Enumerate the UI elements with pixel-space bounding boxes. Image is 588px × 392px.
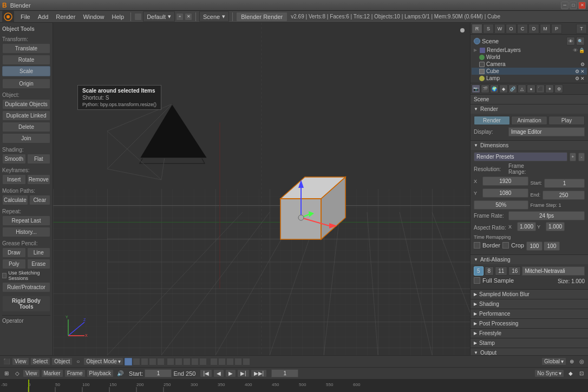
rotate-button[interactable]: Rotate <box>2 55 50 65</box>
asp-y-field[interactable]: 1.000 <box>546 222 565 231</box>
duplicate-objects-button[interactable]: Duplicate Objects <box>2 99 50 109</box>
jump-start-btn[interactable]: |◀ <box>200 369 212 377</box>
start-frame-field[interactable]: 1 <box>544 179 585 188</box>
res-y-field[interactable]: 1080 <box>482 188 528 198</box>
prop-icon-physics[interactable]: ⚙ <box>554 84 563 93</box>
end-frame-field[interactable]: 250 <box>543 191 585 200</box>
crop-pct[interactable]: 100 <box>544 241 560 251</box>
render-tab-render[interactable]: Render <box>474 116 510 125</box>
prop-icon-constraints[interactable]: 🔗 <box>508 84 517 93</box>
post-processing-header[interactable]: ▶ Post Processing <box>471 319 588 328</box>
prop-icon-data[interactable]: △ <box>518 84 526 93</box>
layer-15[interactable] <box>243 358 250 365</box>
tab-render[interactable]: R <box>472 24 482 34</box>
timeline-type-icon[interactable]: ⊞ <box>2 369 11 378</box>
aa-btn-8[interactable]: 8 <box>485 266 494 276</box>
marker-icon[interactable]: ◇ <box>13 369 22 378</box>
prop-icon-scene[interactable]: 🎬 <box>481 84 489 93</box>
aa-btn-5[interactable]: 5 <box>474 266 484 276</box>
outliner-item-cube[interactable]: Cube ⚙ ✕ <box>472 68 587 75</box>
outliner-item-lamp[interactable]: Lamp ⚙ ✕ <box>472 75 587 82</box>
display-dropdown[interactable]: Image Editor <box>508 127 585 136</box>
repeat-last-button[interactable]: Repeat Last <box>2 215 50 226</box>
layer-9[interactable] <box>191 358 199 365</box>
stamp-header[interactable]: ▶ Stamp <box>471 338 588 348</box>
prop-icon-object[interactable]: ◆ <box>499 84 508 93</box>
close-button[interactable]: ✕ <box>578 2 586 9</box>
tab-material[interactable]: M <box>540 24 551 34</box>
start-frame-tl[interactable]: 1 <box>145 369 172 377</box>
border-pct[interactable]: 100 <box>526 241 543 251</box>
layout-dropdown[interactable]: Default▾ <box>143 11 175 22</box>
play-btn[interactable]: ▶ <box>225 369 236 377</box>
view-menu-tl[interactable]: View <box>23 369 40 377</box>
erase-button[interactable]: Erase <box>27 259 51 269</box>
tab-scene[interactable]: S <box>483 24 494 34</box>
origin-button[interactable]: Origin <box>2 79 50 89</box>
join-button[interactable]: Join <box>2 133 50 143</box>
timeline-ruler[interactable]: -50 0 50 100 150 200 250 300 350 400 450… <box>0 380 588 392</box>
speaker-icon[interactable]: 🔊 <box>116 369 125 378</box>
layer-6[interactable] <box>167 358 174 365</box>
layer-4[interactable] <box>149 358 156 365</box>
aa-header[interactable]: ▼ Anti-Aliasing <box>471 255 588 264</box>
next-frame-btn[interactable]: ▶| <box>237 369 250 377</box>
output-header[interactable]: ▼ Output <box>471 348 588 355</box>
clear-button[interactable]: Clear <box>29 195 50 205</box>
layer-2[interactable] <box>133 358 140 365</box>
menu-help[interactable]: Help <box>109 12 128 21</box>
calculate-button[interactable]: Calculate <box>2 195 28 205</box>
layout-remove[interactable]: ✕ <box>185 13 192 21</box>
menu-file[interactable]: File <box>17 12 34 21</box>
filter-dropdown[interactable]: Mitchel-Netravali <box>522 266 585 276</box>
sync-dropdown[interactable]: No Sync▾ <box>534 369 564 377</box>
global-dropdown[interactable]: Global▾ <box>541 357 566 365</box>
aa-btn-16[interactable]: 16 <box>508 266 521 276</box>
outliner-item-renderlayers[interactable]: ▶ RenderLayers 👁 🔒 <box>472 47 587 54</box>
render-presets-dropdown[interactable]: Render Presets <box>474 152 567 161</box>
layer-13[interactable] <box>226 358 234 365</box>
tab-constraints[interactable]: C <box>517 24 528 34</box>
scale-button[interactable]: Scale <box>2 66 50 76</box>
use-sketching-checkbox[interactable] <box>2 273 6 278</box>
proportional-icon[interactable]: ◎ <box>577 357 586 366</box>
viewport-type-icon[interactable]: ⬛ <box>2 357 11 366</box>
layer-12[interactable] <box>218 358 226 365</box>
prop-icon-texture[interactable]: ⬛ <box>536 84 545 93</box>
menu-render[interactable]: Render <box>53 12 79 21</box>
tab-particles[interactable]: P <box>551 24 562 34</box>
insert-keyframe-button[interactable]: Insert <box>2 174 26 185</box>
playback-menu-tl[interactable]: Playback <box>87 369 114 377</box>
jump-end-btn[interactable]: ▶▶| <box>251 369 267 377</box>
menu-add[interactable]: Add <box>35 12 52 21</box>
menu-window[interactable]: Window <box>80 12 107 21</box>
outliner-view-icon[interactable]: 👁 <box>566 37 575 45</box>
tab-world[interactable]: W <box>494 24 505 34</box>
tab-tools[interactable]: T <box>576 24 587 34</box>
res-x-field[interactable]: 1920 <box>482 177 528 186</box>
remove-keyframe-button[interactable]: Remove <box>27 174 51 185</box>
marker-menu-tl[interactable]: Marker <box>41 369 63 377</box>
crop-checkbox[interactable] <box>502 242 509 249</box>
duplicate-linked-button[interactable]: Duplicate Linked <box>2 110 50 121</box>
render-header[interactable]: ▼ Render <box>471 104 588 114</box>
layer-5[interactable] <box>157 358 165 365</box>
tab-data[interactable]: D <box>528 24 539 34</box>
freestyle-header[interactable]: ▶ Freestyle <box>471 329 588 338</box>
asp-x-field[interactable]: 1.000 <box>517 222 536 231</box>
prop-icon-render[interactable]: 📷 <box>472 84 480 93</box>
prev-frame-btn[interactable]: ◀ <box>213 369 224 377</box>
translate-button[interactable]: Translate <box>2 43 50 54</box>
object-menu-btn[interactable]: Object <box>51 357 73 365</box>
viewport[interactable]: User Persp <box>53 23 470 355</box>
select-menu-btn[interactable]: Select <box>30 357 51 365</box>
border-checkbox[interactable] <box>474 242 480 249</box>
minimize-button[interactable]: ─ <box>561 2 569 9</box>
outliner-item-camera[interactable]: Camera ⚙ <box>472 61 587 68</box>
scene-dropdown[interactable]: Scene▾ <box>199 11 229 22</box>
full-sample-checkbox[interactable] <box>474 277 480 284</box>
render-engine-button[interactable]: Blender Render <box>236 12 288 22</box>
sampled-motion-blur-header[interactable]: ▶ Sampled Motion Blur <box>471 290 588 299</box>
delete-button[interactable]: Delete <box>2 122 50 132</box>
timeline-snap-icon[interactable]: ⊡ <box>577 369 586 378</box>
